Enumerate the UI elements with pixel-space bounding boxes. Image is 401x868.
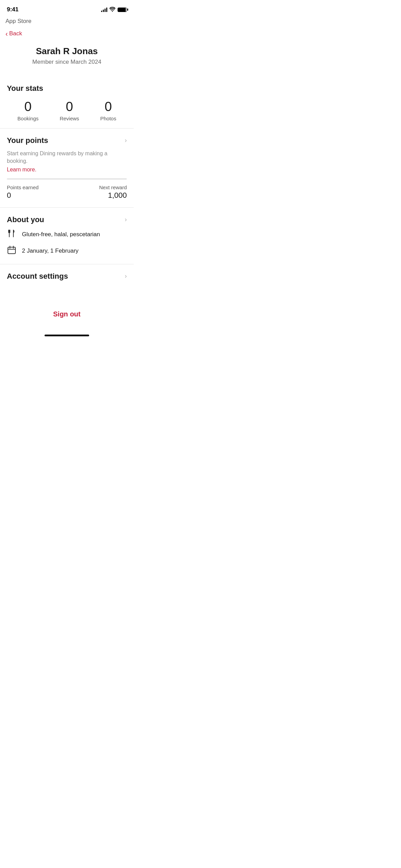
points-progress-bar xyxy=(7,178,127,180)
profile-name: Sarah R Jonas xyxy=(7,46,127,57)
stats-title: Your stats xyxy=(7,84,127,93)
stat-reviews: 0 Reviews xyxy=(60,100,79,121)
back-button[interactable]: ‹ Back xyxy=(0,27,134,43)
stats-row: 0 Bookings 0 Reviews 0 Photos xyxy=(7,100,127,121)
account-settings-header[interactable]: Account settings › xyxy=(7,272,127,281)
account-settings-title: Account settings xyxy=(7,272,68,281)
photos-label: Photos xyxy=(100,116,116,121)
about-chevron-icon: › xyxy=(125,216,127,223)
dietary-text: Gluten-free, halal, pescetarian xyxy=(22,231,100,238)
back-label: Back xyxy=(9,30,22,37)
bookings-label: Bookings xyxy=(17,116,39,121)
points-section: Your points › Start earning Dining rewar… xyxy=(0,128,134,207)
dates-text: 2 January, 1 February xyxy=(22,248,78,254)
signal-icon xyxy=(101,7,107,12)
points-earned-label: Points earned xyxy=(7,184,39,190)
about-title: About you xyxy=(7,215,44,224)
sign-out-container: Sign out xyxy=(0,300,134,332)
status-icons xyxy=(101,7,127,13)
profile-since: Member since March 2024 xyxy=(7,59,127,65)
bookings-value: 0 xyxy=(17,100,39,114)
about-items: Gluten-free, halal, pescetarian 2 Januar… xyxy=(7,229,127,256)
points-header[interactable]: Your points › xyxy=(7,136,127,145)
stats-section: Your stats 0 Bookings 0 Reviews 0 Photos xyxy=(0,76,134,128)
stat-photos: 0 Photos xyxy=(100,100,116,121)
stat-bookings: 0 Bookings xyxy=(17,100,39,121)
points-description: Start earning Dining rewards by making a… xyxy=(7,150,127,165)
reviews-label: Reviews xyxy=(60,116,79,121)
sign-out-button[interactable]: Sign out xyxy=(53,310,81,318)
about-section: About you › Gluten-free, halal, pescetar… xyxy=(0,207,134,264)
account-settings-chevron-icon: › xyxy=(125,273,127,280)
status-time: 9:41 xyxy=(7,6,19,13)
next-reward-label: Next reward xyxy=(99,184,127,190)
learn-more-link[interactable]: Learn more. xyxy=(7,167,36,172)
dates-item: 2 January, 1 February xyxy=(7,245,127,256)
points-chevron-icon: › xyxy=(125,137,127,144)
photos-value: 0 xyxy=(100,100,116,114)
home-indicator-bar xyxy=(45,335,89,336)
points-info-row: Points earned 0 Next reward 1,000 xyxy=(7,184,127,200)
fork-knife-icon xyxy=(7,229,16,240)
next-reward-group: Next reward 1,000 xyxy=(99,184,127,200)
calendar-icon xyxy=(7,245,16,256)
points-earned-value: 0 xyxy=(7,191,39,200)
app-store-label: App Store xyxy=(5,18,32,25)
svg-rect-4 xyxy=(8,247,15,254)
points-title: Your points xyxy=(7,136,48,145)
account-settings-section[interactable]: Account settings › xyxy=(0,264,134,293)
back-chevron-icon: ‹ xyxy=(5,30,8,37)
reviews-value: 0 xyxy=(60,100,79,114)
about-header[interactable]: About you › xyxy=(7,215,127,224)
wifi-icon xyxy=(109,7,116,13)
next-reward-value: 1,000 xyxy=(99,191,127,200)
points-earned-group: Points earned 0 xyxy=(7,184,39,200)
dietary-item: Gluten-free, halal, pescetarian xyxy=(7,229,127,240)
battery-icon xyxy=(118,8,127,12)
home-indicator xyxy=(0,332,134,340)
status-bar: 9:41 xyxy=(0,0,134,16)
app-store-nav: App Store xyxy=(0,16,134,27)
profile-header: Sarah R Jonas Member since March 2024 xyxy=(0,43,134,76)
